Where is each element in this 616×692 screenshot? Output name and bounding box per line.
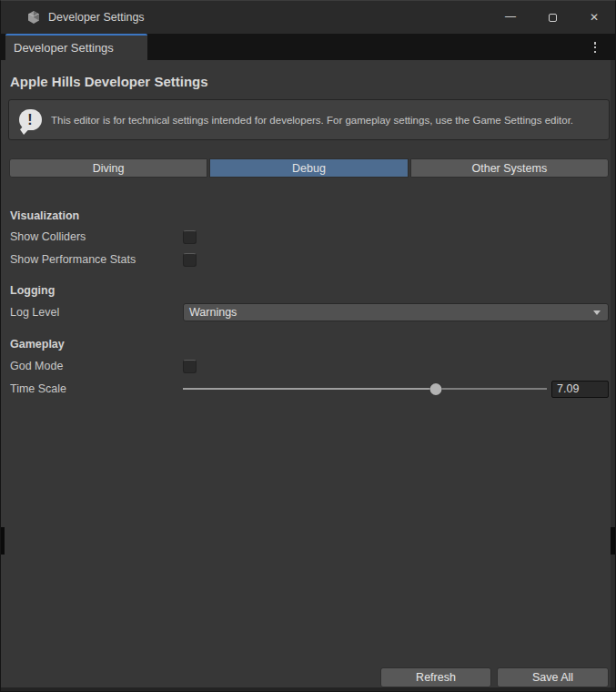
minimize-icon: — xyxy=(505,10,516,23)
tab-other-systems[interactable]: Other Systems xyxy=(410,158,609,178)
log-level-label: Log Level xyxy=(10,306,59,319)
page-title: Apple Hills Developer Settings xyxy=(10,74,208,89)
helpbox-icon-wrap: ! xyxy=(9,109,51,130)
window-right-gutter xyxy=(611,60,615,691)
refresh-button[interactable]: Refresh xyxy=(380,667,491,687)
tab-diving-label: Diving xyxy=(93,162,125,175)
window-controls: — ✕ xyxy=(490,1,615,34)
show-colliders-checkbox[interactable] xyxy=(183,230,197,244)
close-icon: ✕ xyxy=(590,11,599,24)
tab-debug-label: Debug xyxy=(292,162,326,175)
show-colliders-label: Show Colliders xyxy=(10,230,86,243)
save-all-button[interactable]: Save All xyxy=(497,667,609,687)
time-scale-value-field[interactable]: 7.09 xyxy=(551,381,609,398)
section-visualization: Visualization xyxy=(10,209,79,222)
dock-tabbar: Developer Settings xyxy=(1,34,615,60)
tab-debug[interactable]: Debug xyxy=(209,158,408,178)
section-logging: Logging xyxy=(10,284,55,297)
kebab-menu-icon[interactable] xyxy=(590,41,601,54)
info-icon-glyph: ! xyxy=(27,112,32,128)
maximize-button[interactable] xyxy=(531,1,573,34)
log-level-dropdown[interactable]: Warnings xyxy=(183,303,609,321)
time-scale-label: Time Scale xyxy=(10,382,66,395)
show-performance-stats-checkbox[interactable] xyxy=(183,253,197,267)
window-titlebar[interactable]: Developer Settings — ✕ xyxy=(1,1,615,34)
dock-tab-label: Developer Settings xyxy=(14,41,114,55)
system-tabs-toolbar: Diving Debug Other Systems xyxy=(9,158,609,178)
tab-developer-settings[interactable]: Developer Settings xyxy=(5,34,147,60)
window-bottom-edge xyxy=(1,687,615,691)
time-scale-slider-thumb[interactable] xyxy=(430,383,442,395)
god-mode-label: God Mode xyxy=(10,360,63,372)
save-all-button-label: Save All xyxy=(532,671,573,684)
chevron-down-icon xyxy=(593,310,601,315)
time-scale-slider[interactable] xyxy=(183,381,547,398)
close-button[interactable]: ✕ xyxy=(573,1,615,34)
info-icon: ! xyxy=(19,109,42,130)
minimize-button[interactable]: — xyxy=(490,1,531,34)
refresh-button-label: Refresh xyxy=(416,671,456,684)
window-left-notch xyxy=(1,527,5,555)
god-mode-checkbox[interactable] xyxy=(183,360,197,373)
window-right-notch xyxy=(611,527,615,555)
maximize-icon xyxy=(549,14,557,22)
unity-logo-icon xyxy=(26,10,41,25)
helpbox: ! This editor is for technical settings … xyxy=(8,99,610,140)
tab-diving[interactable]: Diving xyxy=(9,158,207,178)
section-gameplay: Gameplay xyxy=(10,338,65,351)
tab-other-systems-label: Other Systems xyxy=(471,162,547,175)
window-title: Developer Settings xyxy=(48,11,145,24)
time-scale-slider-fill xyxy=(183,388,436,390)
helpbox-text: This editor is for technical settings in… xyxy=(51,114,609,127)
log-level-value: Warnings xyxy=(189,306,237,319)
show-performance-stats-label: Show Performance Stats xyxy=(10,253,136,266)
developer-settings-window: Developer Settings — ✕ Developer Setting… xyxy=(0,0,616,692)
